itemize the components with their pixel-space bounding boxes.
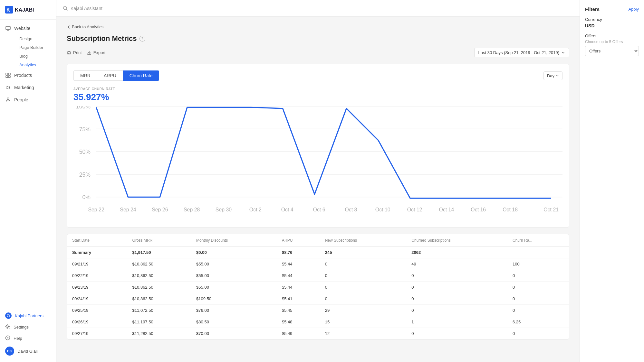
summary-churn-rate <box>507 247 569 258</box>
summary-monthly-discounts: $0.00 <box>191 247 277 258</box>
main-content: Kajabi Assistant Back to Analytics Subsc… <box>56 0 580 362</box>
sidebar-item-design[interactable]: Design <box>14 34 56 43</box>
offers-filter: Offers Choose up to 5 Offers Offers <box>585 33 639 56</box>
row-6-cell-6: 0 <box>507 328 569 339</box>
grid-icon <box>5 72 11 78</box>
row-2-cell-1: $10,862.50 <box>127 282 191 293</box>
day-select[interactable]: Day <box>543 71 562 80</box>
row-1-cell-6: 0 <box>507 270 569 282</box>
content-wrap: Kajabi Assistant Back to Analytics Subsc… <box>56 0 644 362</box>
print-icon <box>67 51 71 55</box>
page-header: Subscription Metrics ? <box>67 34 569 43</box>
apply-button[interactable]: Apply <box>628 7 639 12</box>
toolbar: Print Export Last 30 Days (Sep 21, 2019 … <box>67 48 569 57</box>
avg-churn-label: AVERAGE CHURN RATE <box>73 87 562 91</box>
sidebar-item-page-builder[interactable]: Page Builder <box>14 43 56 52</box>
offers-select[interactable]: Offers <box>585 46 639 56</box>
row-5-cell-6: 6.25 <box>507 316 569 328</box>
row-2-cell-2: $55.00 <box>191 282 277 293</box>
row-0-cell-2: $55.00 <box>191 258 277 270</box>
svg-text:50%: 50% <box>79 149 91 155</box>
svg-rect-3 <box>6 26 10 30</box>
svg-text:Oct 6: Oct 6 <box>313 207 325 212</box>
search-icon <box>63 6 68 11</box>
user-profile[interactable]: DG David Giali <box>0 344 56 358</box>
col-churn-rate: Churn Ra... <box>507 234 569 247</box>
row-5-cell-3: $5.48 <box>277 316 320 328</box>
sidebar-item-settings[interactable]: Settings <box>0 321 56 333</box>
table-row: 09/24/19$10,862.50$109.50$5.41000 <box>67 293 569 305</box>
col-arpu: ARPU <box>277 234 320 247</box>
sidebar-sub-website: Design Page Builder Blog Analytics <box>0 34 56 69</box>
table-row: 09/23/19$10,862.50$55.00$5.44000 <box>67 282 569 293</box>
back-link-label: Back to Analytics <box>72 24 103 29</box>
sidebar-item-help[interactable]: ? Help <box>0 333 56 344</box>
row-1-cell-1: $10,862.50 <box>127 270 191 282</box>
summary-new-sub: 245 <box>320 247 407 258</box>
sidebar-item-kajabi-partners[interactable]: Kajabi Partners <box>0 310 56 321</box>
svg-text:K: K <box>6 7 10 13</box>
filter-panel: Filters Apply Currency USD Offers Choose… <box>580 0 644 362</box>
summary-churned-sub: 2062 <box>406 247 507 258</box>
sidebar-item-marketing[interactable]: Marketing <box>0 81 56 94</box>
tab-group: MRR ARPU Churn Rate <box>73 70 159 81</box>
help-circle-icon: ? <box>5 335 10 341</box>
sidebar: K KAJABI Website Design Page Builder Blo… <box>0 0 56 362</box>
sidebar-item-people[interactable]: People <box>0 94 56 106</box>
svg-text:Oct 14: Oct 14 <box>439 207 454 212</box>
sidebar-bottom: Kajabi Partners Settings ? Help DG David… <box>0 306 56 362</box>
svg-text:Sep 22: Sep 22 <box>88 207 104 212</box>
back-link[interactable]: Back to Analytics <box>67 24 569 29</box>
svg-text:Oct 18: Oct 18 <box>503 207 518 212</box>
row-0-cell-1: $10,862.50 <box>127 258 191 270</box>
tab-arpu[interactable]: ARPU <box>97 70 123 81</box>
currency-filter: Currency USD <box>585 17 639 28</box>
sidebar-item-website[interactable]: Website <box>0 22 56 34</box>
col-monthly-discounts: Monthly Discounts <box>191 234 277 247</box>
print-button[interactable]: Print <box>67 50 82 55</box>
row-3-cell-1: $10,862.50 <box>127 293 191 305</box>
row-0-cell-6: 100 <box>507 258 569 270</box>
row-3-cell-2: $109.50 <box>191 293 277 305</box>
sidebar-item-products-label: Products <box>14 73 32 78</box>
row-4-cell-4: 29 <box>320 305 407 316</box>
row-3-cell-3: $5.41 <box>277 293 320 305</box>
search-placeholder: Kajabi Assistant <box>71 6 102 11</box>
user-name: David Giali <box>17 349 38 354</box>
row-2-cell-0: 09/23/19 <box>67 282 127 293</box>
kajabi-partners-label: Kajabi Partners <box>15 313 43 318</box>
svg-point-8 <box>7 98 9 100</box>
topbar: Kajabi Assistant <box>56 0 580 17</box>
svg-text:Sep 26: Sep 26 <box>152 207 168 212</box>
logo: K KAJABI <box>0 0 56 20</box>
col-gross-mrr: Gross MRR <box>127 234 191 247</box>
svg-text:Oct 8: Oct 8 <box>345 207 357 212</box>
export-button[interactable]: Export <box>87 50 106 55</box>
search-bar[interactable]: Kajabi Assistant <box>63 6 102 11</box>
help-info-icon[interactable]: ? <box>139 36 145 42</box>
table-row: 09/22/19$10,862.50$55.00$5.44000 <box>67 270 569 282</box>
svg-text:?: ? <box>7 337 9 340</box>
filter-panel-header: Filters Apply <box>585 6 639 12</box>
row-5-cell-1: $11,197.50 <box>127 316 191 328</box>
date-range-picker[interactable]: Last 30 Days (Sep 21, 2019 - Oct 21, 201… <box>474 48 569 57</box>
svg-text:Sep 28: Sep 28 <box>184 207 200 212</box>
svg-rect-7 <box>8 76 10 78</box>
row-4-cell-6: 0 <box>507 305 569 316</box>
tab-churn-rate[interactable]: Churn Rate <box>123 70 159 81</box>
svg-rect-4 <box>6 73 8 75</box>
sidebar-item-analytics[interactable]: Analytics <box>14 60 56 69</box>
summary-gross-mrr: $1,917.50 <box>127 247 191 258</box>
summary-label: Summary <box>67 247 127 258</box>
row-5-cell-5: 1 <box>406 316 507 328</box>
svg-text:Sep 24: Sep 24 <box>120 207 136 212</box>
row-6-cell-0: 09/27/19 <box>67 328 127 339</box>
sidebar-item-blog[interactable]: Blog <box>14 52 56 60</box>
svg-text:Oct 16: Oct 16 <box>471 207 486 212</box>
sidebar-item-products[interactable]: Products <box>0 69 56 81</box>
row-1-cell-5: 0 <box>406 270 507 282</box>
tab-mrr[interactable]: MRR <box>73 70 97 81</box>
row-5-cell-2: $80.50 <box>191 316 277 328</box>
settings-icon <box>5 324 10 330</box>
row-5-cell-4: 15 <box>320 316 407 328</box>
